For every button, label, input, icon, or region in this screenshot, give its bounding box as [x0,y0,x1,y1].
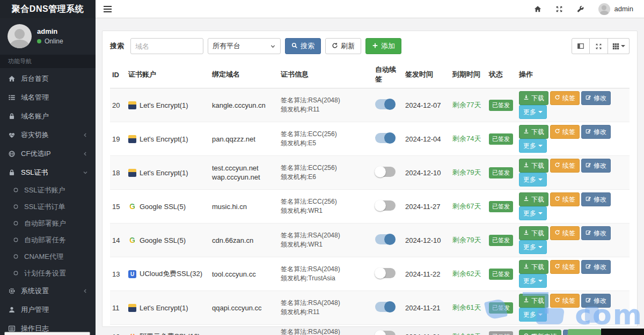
reapply-action-button[interactable]: 重新申请 [519,330,561,335]
auto-renew-toggle[interactable] [375,331,396,335]
toggle-panel-button[interactable] [572,38,590,54]
search-button[interactable]: 搜索 [285,38,321,54]
auto-renew-toggle[interactable] [375,302,396,312]
cell-cert-info: 签名算法:RSA(2048)颁发机构:Encryption Everywh... [279,325,373,335]
renew-action-button[interactable]: 续签 [550,226,580,240]
download-action-button[interactable]: 下载 [519,91,548,105]
edit-action-button[interactable]: 修改 [581,91,611,105]
cert-algo: 签名算法:ECC(256) [281,197,371,206]
download-action-button[interactable]: 下载 [519,192,548,206]
sidebar-subitem-计划任务设置[interactable]: 计划任务设置 [0,265,96,281]
sidebar-subitem-自动部署任务[interactable]: 自动部署任务 [0,232,96,248]
edit-icon [586,94,591,102]
cell-actions: 下载续签修改更多 [517,257,630,291]
add-button[interactable]: 添加 [365,38,401,54]
download-action-button[interactable]: 下载 [519,125,548,139]
account-label: Let's Encrypt(1) [140,304,188,312]
status-badge: 已签发 [489,133,513,145]
auto-renew-toggle[interactable] [375,234,396,244]
cell-id: 15 [110,190,126,224]
table-row: 18Let's Encrypt(1)test.cccyun.netwap.ccc… [110,156,630,190]
sidebar-item-CF优选IP[interactable]: CF优选IP [0,144,96,163]
cert-issuer: 颁发机构:R11 [281,105,371,114]
table-fullscreen-button[interactable] [590,38,608,54]
cell-issued-date: 2024-12-10 [403,224,450,257]
edit-action-button[interactable]: 修改 [581,294,611,308]
ssl-icon [8,169,21,176]
sidebar-item-后台首页[interactable]: 后台首页 [0,69,96,88]
renew-action-button[interactable]: 续签 [550,159,580,173]
renew-action-button[interactable]: 续签 [550,125,580,139]
cert-issuer: 颁发机构:E6 [281,173,371,182]
download-action-button[interactable]: 下载 [519,159,548,173]
renew-action-label: 续签 [562,195,575,204]
cell-issued-date: 2024-12-07 [403,88,450,122]
edit-action-button[interactable]: 修改 [581,159,611,173]
wrench-icon[interactable] [577,5,584,13]
sidebar-subitem-SSL证书账户[interactable]: SSL证书账户 [0,182,96,198]
sidebar-subitem-自动部署账户[interactable]: 自动部署账户 [0,215,96,232]
google-icon: G [128,236,136,244]
renew-action-button[interactable]: 续签 [550,260,580,274]
download-icon [523,297,529,304]
cell-account: Let's Encrypt(1) [128,304,208,312]
table-toolbar: 搜索 所有平台 搜索 刷新 添加 [110,31,630,61]
cell-account: GGoogle SSL(5) [128,203,208,211]
sidebar-subitem-SSL证书订单[interactable]: SSL证书订单 [0,198,96,215]
renew-action-button[interactable]: 续签 [550,192,580,206]
more-action-button[interactable]: 更多 [519,206,547,220]
edit-action-label: 修改 [594,195,606,204]
download-action-label: 下载 [531,128,544,137]
download-action-button[interactable]: 下载 [519,260,548,274]
download-action-button[interactable]: 下载 [519,226,548,240]
sidebar-subitem-label: SSL证书账户 [24,185,65,195]
more-action-button[interactable]: 更多 [519,105,547,119]
search-input[interactable] [130,38,203,54]
more-action-button[interactable]: 更多 [519,308,547,322]
logs-icon [8,325,21,332]
columns-button[interactable] [608,38,630,54]
cell-issued-date: 2024-11-27 [403,190,450,224]
topbar-user-menu[interactable]: admin [598,3,633,15]
menu-toggle-icon[interactable] [104,4,113,14]
auto-renew-toggle[interactable] [375,99,396,109]
edit-action-button[interactable]: 修改 [581,260,611,274]
fullscreen-icon[interactable] [555,5,563,13]
cell-issued-date: 2024-12-10 [403,156,450,190]
renew-action-button[interactable]: 续签 [550,294,580,308]
edit-action-label: 修改 [594,94,606,103]
circle-o-icon [12,187,24,193]
edit-action-button[interactable]: 修改 [581,125,611,139]
edit-icon [586,162,591,169]
table-row: 13UUCloud免费SSL(32)tool.cccyun.cc签名算法:RSA… [110,257,630,291]
sidebar-item-SSL证书[interactable]: SSL证书 [0,163,96,182]
edit-icon [586,196,591,203]
auto-renew-toggle[interactable] [375,268,396,278]
auto-renew-toggle[interactable] [375,200,396,211]
sidebar-item-域名账户[interactable]: 域名账户 [0,107,96,125]
sidebar-subitem-CNAME代理[interactable]: CNAME代理 [0,248,96,265]
home-icon[interactable] [534,5,541,13]
sidebar-item-系统设置[interactable]: 系统设置 [0,281,96,300]
more-action-button[interactable]: 更多 [519,274,547,288]
account-label: Google SSL(5) [140,236,186,244]
edit-action-button[interactable]: 修改 [581,226,611,240]
refresh-button[interactable]: 刷新 [325,38,361,54]
more-action-button[interactable]: 更多 [519,139,547,153]
download-action-button[interactable]: 下载 [519,294,548,308]
cell-account: (-)阿里云免费SSL(16) [128,332,208,335]
sidebar-item-容灾切换[interactable]: 容灾切换 [0,125,96,144]
platform-select[interactable]: 所有平台 [208,38,281,54]
sidebar-item-域名管理[interactable]: 域名管理 [0,88,96,107]
renew-action-label: 续签 [562,229,575,238]
status-tooltip-partial [4,332,90,335]
more-action-button[interactable]: 更多 [519,240,547,254]
auto-renew-toggle[interactable] [375,167,396,177]
renew-icon [554,263,560,271]
renew-action-button[interactable]: 续签 [550,91,580,105]
sidebar-item-用户管理[interactable]: 用户管理 [0,300,96,319]
user-status-label: Online [45,38,63,45]
more-action-button[interactable]: 更多 [519,173,547,187]
auto-renew-toggle[interactable] [375,133,396,143]
edit-action-button[interactable]: 修改 [581,192,611,206]
